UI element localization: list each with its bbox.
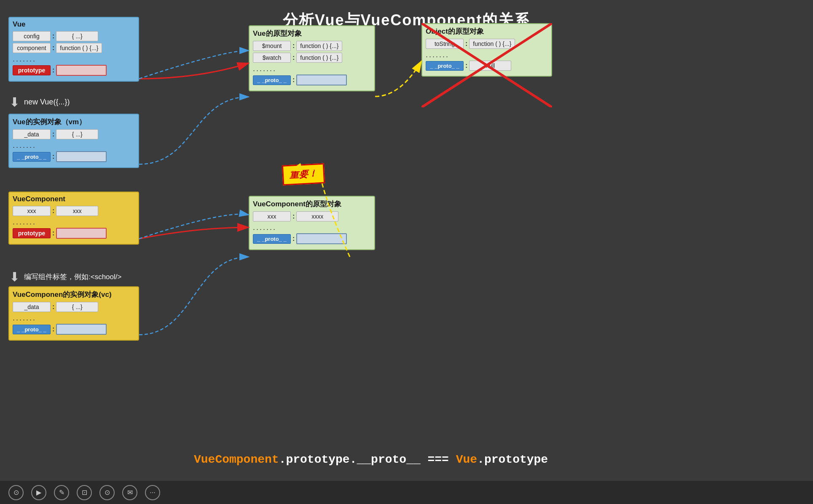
vc-proto-proto-row: _ _proto_ _ : [253,233,371,244]
vc-prototype-val [56,228,107,239]
vc-proto-xxx-row: xxx : xxxx [253,211,371,221]
new-vue-text: new Vue({...}) [24,98,70,107]
vue-instance-proto-key: _ _proto_ _ [13,152,51,162]
vc-proto-box: VueComponent的原型对象 xxx : xxxx ....... _ _… [249,196,375,250]
eq-part4: Vue [456,453,477,466]
vue-prototype-key: prototype [13,65,51,75]
vue-config-key: config [13,31,51,41]
vue-proto-proto-key: _ _proto_ _ [253,75,291,85]
vc-xxx-key: xxx [13,206,51,216]
vue-prototype-row: prototype : [13,65,135,76]
object-proto-title: Object的原型对象 [426,27,548,36]
vue-data-row: _data : { ...} [13,129,135,139]
vue-instance-proto-val [56,151,107,162]
important-badge: 重要！ [282,163,325,185]
down-arrow-vc-icon: ⬇ [9,269,20,284]
tostring-key: toString [426,39,464,49]
vue-data-key: _data [13,129,51,139]
new-vc-text: 编写组件标签，例如:<school/> [24,272,121,282]
vue-watch-val: function ( ) {...} [296,53,342,63]
vc-proto-title: VueComponent的原型对象 [253,199,371,209]
vue-mount-key: $mount [253,41,291,51]
vue-component-box: VueComponent xxx : xxx ....... prototype… [8,192,139,245]
down-arrow-icon: ⬇ [9,95,20,109]
vc-xxx-val: xxx [56,206,98,216]
toolbar: ⊙ ▶ ✎ ⊡ ⊙ ✉ ··· [0,481,813,504]
vue-box-title: Vue [13,20,135,29]
vc-dots: ....... [13,218,135,227]
vc-data-row: _data : { ...} [13,302,135,312]
vc-proto-proto-val [296,233,347,244]
toolbar-btn-edit[interactable]: ✎ [54,485,69,500]
vc-prototype-key: prototype [13,228,51,238]
vc-instance-box: VueComponen的实例对象(vc) _data : { ...} ....… [8,286,139,341]
toolbar-btn-search[interactable]: ⊙ [99,485,115,500]
eq-part5: .prototype [477,453,548,466]
vue-proto-title: Vue的原型对象 [253,29,371,38]
tostring-row: toString : function ( ) {...} [426,39,548,49]
vue-config-val: { ...} [56,31,98,41]
vue-proto-proto-row: _ _proto_ _ : [253,75,371,85]
toolbar-btn-save[interactable]: ⊡ [77,485,92,500]
vue-config-row: config : { ...} [13,31,135,41]
vue-instance-dots: ....... [13,141,135,150]
vue-mount-val: function ( ) {...} [296,41,342,51]
vc-proto-proto-key: _ _proto_ _ [253,234,291,244]
vc-data-key: _data [13,302,51,312]
object-proto-key: _ _proto_ _ [426,61,464,71]
vue-component-val: function ( ) {...} [56,43,102,53]
vc-instance-dots: ....... [13,314,135,323]
vc-data-val: { ...} [56,302,98,312]
vue-box: Vue config : { ...} component : function… [8,17,139,82]
eq-part1: VueComponent [194,453,279,466]
new-vue-label: ⬇ new Vue({...}) [9,95,70,109]
eq-part2: .prototype.__proto__ [279,453,421,466]
vc-proto-dots: ....... [253,223,371,232]
vue-component-key: component [13,43,51,53]
vue-instance-title: Vue的实例对象（vm） [13,117,135,127]
new-vc-label: ⬇ 编写组件标签，例如:<school/> [9,269,121,284]
vue-proto-dots: ....... [253,64,371,73]
vc-instance-title: VueComponen的实例对象(vc) [13,290,135,299]
vue-proto-proto-val [296,75,347,85]
vue-data-val: { ...} [56,129,98,139]
vue-dots: ....... [13,55,135,64]
vue-proto-box: Vue的原型对象 $mount : function ( ) {...} $wa… [249,25,375,91]
vc-proto-xxx-key: xxx [253,211,291,221]
vue-watch-key: $watch [253,53,291,63]
vc-instance-proto-val [56,324,107,335]
vue-watch-row: $watch : function ( ) {...} [253,53,371,63]
object-null-val: null [469,61,511,71]
toolbar-btn-play[interactable]: ▶ [31,485,46,500]
tostring-val: function ( ) {...} [469,39,515,49]
vue-mount-row: $mount : function ( ) {...} [253,41,371,51]
vc-proto-xxx-val: xxxx [296,211,338,221]
toolbar-btn-0[interactable]: ⊙ [8,485,24,500]
vc-prototype-row: prototype : [13,228,135,239]
toolbar-btn-more[interactable]: ··· [145,485,160,500]
vc-instance-proto-key: _ _proto_ _ [13,325,51,334]
vue-instance-proto-row: _ _proto_ _ : [13,151,135,162]
object-dots: ....... [426,51,548,59]
vue-prototype-val [56,65,107,76]
vue-component-row: component : function ( ) {...} [13,43,135,53]
vue-instance-box: Vue的实例对象（vm） _data : { ...} ....... _ _p… [8,114,139,168]
vue-component-title: VueComponent [13,195,135,203]
eq-part3: === [421,453,456,466]
toolbar-btn-mail[interactable]: ✉ [122,485,137,500]
vc-xxx-row: xxx : xxx [13,206,135,216]
object-proto-row: _ _proto_ _ : null [426,61,548,71]
equation: VueComponent.prototype.__proto__ === Vue… [194,453,548,466]
object-proto-box: Object的原型对象 toString : function ( ) {...… [421,23,552,77]
vc-instance-proto-row: _ _proto_ _ : [13,324,135,335]
